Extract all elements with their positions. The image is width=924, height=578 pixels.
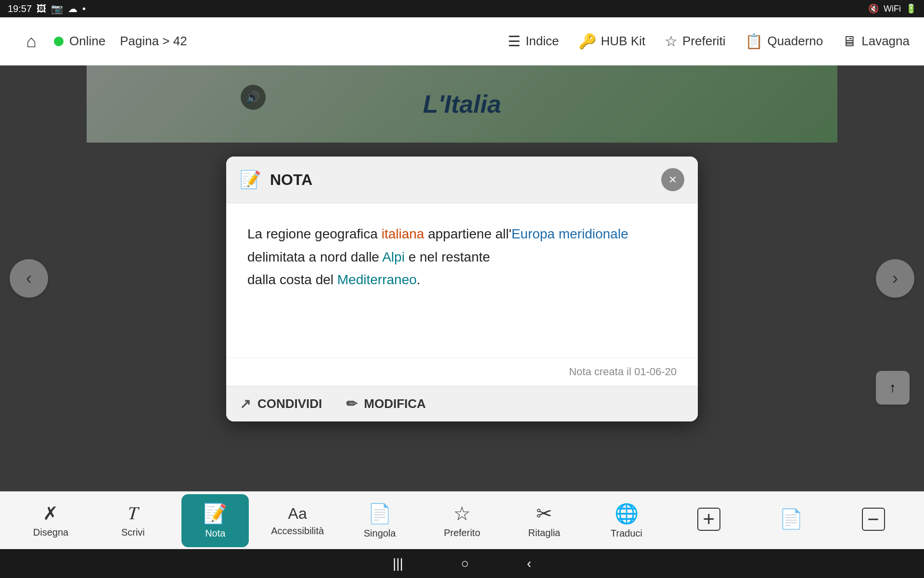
wifi-icon: WiFi: [884, 4, 901, 14]
text-suffix2: dalla costa del: [247, 272, 337, 287]
battery-icon: 🔋: [906, 3, 916, 14]
text-middle2: delimitata a nord dalle: [247, 250, 382, 264]
text-europa: Europa meridionale: [512, 226, 629, 241]
text-period: .: [417, 272, 421, 287]
close-icon: ×: [669, 172, 677, 187]
page-view-icon: 📄: [779, 508, 803, 530]
nav-indice[interactable]: ☰ Indice: [508, 33, 559, 50]
system-nav: ||| ○ ‹: [0, 549, 924, 578]
top-nav: ⌂ Online Pagina > 42 ☰ Indice 🔑 HUB Kit …: [0, 17, 924, 66]
add-icon: +: [697, 508, 720, 531]
indice-label: Indice: [526, 34, 559, 49]
nav-quaderno[interactable]: 📋 Quaderno: [745, 33, 823, 50]
text-middle1: appartiene all': [424, 226, 511, 241]
online-indicator: [54, 37, 64, 46]
page-label: Pagina > 42: [120, 34, 187, 49]
disegna-label: Disegna: [33, 527, 68, 538]
preferiti-label: Preferiti: [682, 34, 726, 49]
quaderno-icon: 📋: [745, 33, 763, 50]
modal-meta: Nota creata il 01-06-20: [226, 357, 698, 386]
bottom-toolbar: ✗ Disegna 𝑇 Scrivi 📝 Nota Aa Accessibili…: [0, 491, 924, 549]
singola-icon: 📄: [368, 502, 392, 525]
modifica-button[interactable]: ✏ MODIFICA: [346, 396, 426, 412]
dot-icon: •: [82, 3, 86, 14]
toolbar-traduci[interactable]: 🌐 Traduci: [593, 494, 660, 547]
toolbar-singola[interactable]: 📄 Singola: [346, 494, 413, 547]
edit-icon: ✏: [346, 396, 357, 412]
accessibilita-icon: Aa: [288, 505, 307, 523]
nav-preferiti[interactable]: ☆ Preferiti: [665, 33, 726, 50]
toolbar-nota[interactable]: 📝 Nota: [181, 494, 249, 547]
text-prefix: La regione geografica: [247, 226, 382, 241]
singola-label: Singola: [364, 528, 396, 539]
modal-header-icon: 📝: [240, 170, 261, 190]
toolbar-disegna[interactable]: ✗ Disegna: [17, 494, 84, 547]
nota-created-date: Nota creata il 01-06-20: [569, 366, 677, 378]
status-bar: 19:57 🖼 📷 ☁ • 🔇 WiFi 🔋: [0, 0, 924, 17]
toolbar-scrivi[interactable]: 𝑇 Scrivi: [99, 494, 167, 547]
toolbar-accessibilita[interactable]: Aa Accessibilità: [264, 494, 331, 547]
status-left: 19:57 🖼 📷 ☁ •: [8, 3, 86, 14]
hubkit-icon: 🔑: [578, 33, 596, 50]
back-button[interactable]: ‹: [527, 556, 531, 571]
toolbar-minus[interactable]: −: [840, 494, 907, 547]
quaderno-label: Quaderno: [768, 34, 823, 49]
photo-icon: 🖼: [37, 3, 46, 14]
modal-close-button[interactable]: ×: [661, 168, 684, 191]
text-italiana: italiana: [382, 226, 424, 241]
preferito-label: Preferito: [444, 527, 480, 539]
modal-text: La regione geografica italiana appartien…: [247, 223, 677, 291]
ritaglia-label: Ritaglia: [528, 527, 561, 539]
modal-body: La regione geografica italiana appartien…: [226, 203, 698, 357]
scrivi-icon: 𝑇: [128, 503, 138, 524]
lavagna-icon: 🖥: [842, 33, 857, 50]
online-label: Online: [69, 34, 105, 49]
text-alpi: Alpi: [382, 250, 405, 264]
traduci-label: Traduci: [611, 528, 642, 539]
ritaglia-icon: ✂: [536, 502, 552, 525]
preferito-icon: ☆: [453, 502, 471, 525]
scrivi-label: Scrivi: [121, 527, 145, 538]
modal-title: NOTA: [270, 171, 653, 189]
toolbar-page-view[interactable]: 📄: [757, 494, 825, 547]
home-nav-button[interactable]: ○: [461, 556, 469, 571]
preferiti-star-icon: ☆: [665, 33, 678, 50]
nav-lavagna[interactable]: 🖥 Lavagna: [842, 33, 910, 50]
indice-icon: ☰: [508, 33, 521, 50]
mute-icon: 🔇: [868, 3, 879, 14]
status-time: 19:57: [8, 3, 32, 14]
cloud-icon: ☁: [68, 3, 77, 14]
text-mediterraneo: Mediterraneo: [337, 272, 417, 287]
camera-icon: 📷: [51, 3, 63, 14]
nota-icon: 📝: [203, 502, 227, 525]
modal-header: 📝 NOTA ×: [226, 157, 698, 203]
status-right: 🔇 WiFi 🔋: [868, 3, 916, 14]
nav-actions: ☰ Indice 🔑 HUB Kit ☆ Preferiti 📋 Quadern…: [508, 33, 910, 50]
nav-hubkit[interactable]: 🔑 HUB Kit: [578, 33, 645, 50]
toolbar-preferito[interactable]: ☆ Preferito: [428, 494, 496, 547]
traduci-icon: 🌐: [615, 502, 639, 525]
share-icon: ↗: [240, 396, 251, 412]
home-icon: ⌂: [26, 31, 37, 52]
disegna-icon: ✗: [43, 503, 58, 524]
toolbar-ritaglia[interactable]: ✂ Ritaglia: [511, 494, 578, 547]
hubkit-label: HUB Kit: [601, 34, 645, 49]
toolbar-add[interactable]: +: [675, 494, 743, 547]
modal-footer: ↗ CONDIVIDI ✏ MODIFICA: [226, 386, 698, 421]
condividi-button[interactable]: ↗ CONDIVIDI: [240, 396, 322, 412]
modifica-label: MODIFICA: [364, 396, 426, 411]
lavagna-label: Lavagna: [861, 34, 910, 49]
text-suffix1: e nel restante: [405, 250, 490, 264]
home-button[interactable]: ⌂: [14, 25, 48, 58]
minus-icon: −: [862, 508, 885, 531]
nota-label: Nota: [205, 528, 225, 539]
condividi-label: CONDIVIDI: [257, 396, 322, 411]
accessibilita-label: Accessibilità: [271, 525, 324, 537]
nota-modal: 📝 NOTA × La regione geografica italiana …: [226, 157, 698, 421]
recents-button[interactable]: |||: [393, 556, 403, 571]
